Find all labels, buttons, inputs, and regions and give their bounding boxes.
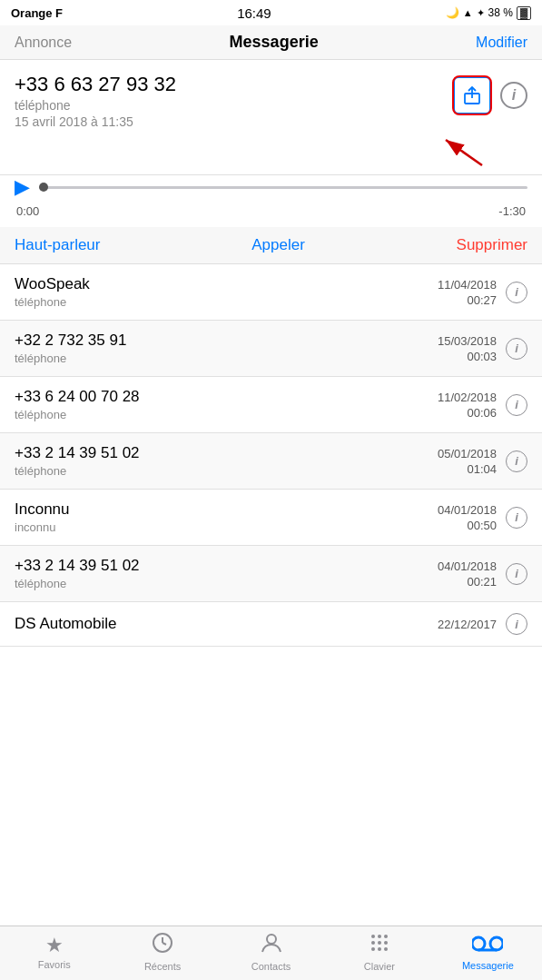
share-button[interactable]: [453, 76, 491, 114]
vm-name: WooSpeak: [15, 275, 438, 293]
vm-info-button[interactable]: i: [506, 507, 527, 529]
svg-point-17: [472, 937, 485, 950]
svg-point-11: [371, 941, 375, 945]
voicemail-icon: [472, 933, 503, 958]
progress-bar[interactable]: [39, 186, 527, 189]
vm-date: 22/12/2017: [438, 618, 497, 631]
tab-clavier-label: Clavier: [364, 961, 395, 972]
vm-meta: 15/03/2018 00:03: [438, 334, 497, 363]
delete-button[interactable]: Supprimer: [457, 236, 527, 254]
vm-date: 11/04/2018: [438, 278, 497, 292]
nav-right-button[interactable]: Modifier: [476, 35, 527, 51]
vm-type: téléphone: [15, 577, 438, 590]
vm-duration: 00:50: [438, 519, 497, 532]
tab-contacts-label: Contacts: [251, 961, 291, 972]
vm-info: +33 6 24 00 70 28 téléphone: [15, 388, 438, 421]
red-arrow-svg: [355, 133, 500, 167]
nav-left-button[interactable]: Annonce: [15, 35, 72, 51]
tab-recents-label: Récents: [144, 961, 181, 972]
vm-name: +33 2 14 39 51 02: [15, 557, 438, 575]
svg-point-16: [384, 947, 388, 951]
voicemail-list: WooSpeak téléphone 11/04/2018 00:27 i +3…: [0, 264, 542, 647]
vm-duration: 00:06: [438, 406, 497, 420]
vm-name: Inconnu: [15, 500, 438, 519]
vm-type: téléphone: [15, 408, 438, 421]
favorites-icon: ★: [45, 934, 64, 957]
vm-date: 15/03/2018: [438, 334, 497, 348]
carrier-label: Orange F: [11, 6, 63, 20]
vm-duration: 00:03: [438, 350, 497, 363]
vm-meta: 11/04/2018 00:27: [438, 278, 497, 307]
info-button[interactable]: i: [500, 82, 527, 109]
progress-section: ▶ 0:00 -1:30: [0, 175, 542, 227]
caller-date: 15 avril 2018 à 11:35: [15, 114, 453, 129]
battery-icon: ▓: [517, 6, 531, 20]
vm-info: +33 2 14 39 51 02 téléphone: [15, 557, 438, 590]
tab-recents[interactable]: Récents: [108, 932, 216, 972]
call-button[interactable]: Appeler: [251, 236, 305, 254]
vm-info: DS Automobile: [15, 615, 438, 633]
share-icon: [462, 85, 482, 105]
tab-contacts[interactable]: Contacts: [217, 932, 325, 972]
progress-bar-container: ▶: [15, 175, 527, 199]
progress-dot: [39, 183, 48, 192]
action-buttons: Haut-parleur Appeler Supprimer: [0, 227, 542, 264]
vm-duration: 00:27: [438, 293, 497, 307]
tab-bar: ★ Favoris Récents Contacts: [0, 926, 542, 980]
vm-info-button[interactable]: i: [506, 563, 527, 585]
time-label: 16:49: [237, 5, 271, 21]
vm-date: 04/01/2018: [438, 559, 497, 573]
caller-number: +33 6 63 27 93 32: [15, 73, 453, 96]
tab-favoris-label: Favoris: [38, 959, 71, 970]
bluetooth-icon: ✦: [477, 7, 485, 19]
vm-info-button[interactable]: i: [506, 450, 527, 472]
nav-title: Messagerie: [230, 33, 319, 52]
voicemail-item[interactable]: +33 6 24 00 70 28 téléphone 11/02/2018 0…: [0, 377, 542, 433]
vm-info-button[interactable]: i: [506, 394, 527, 416]
voicemail-item[interactable]: +32 2 732 35 91 téléphone 15/03/2018 00:…: [0, 321, 542, 377]
speaker-button[interactable]: Haut-parleur: [15, 236, 101, 254]
share-button-wrapper: [453, 76, 491, 114]
vm-info: WooSpeak téléphone: [15, 275, 438, 309]
tab-messagerie[interactable]: Messagerie: [434, 933, 542, 971]
voicemail-item[interactable]: +33 2 14 39 51 02 téléphone 05/01/2018 0…: [0, 433, 542, 490]
svg-point-12: [378, 941, 381, 945]
vm-info: +33 2 14 39 51 02 téléphone: [15, 444, 438, 478]
vm-info-button[interactable]: i: [506, 613, 527, 635]
vm-name: +32 2 732 35 91: [15, 332, 438, 350]
vm-duration: 00:21: [438, 575, 497, 589]
voicemail-item[interactable]: WooSpeak téléphone 11/04/2018 00:27 i: [0, 264, 542, 321]
nav-bar: Annonce Messagerie Modifier: [0, 25, 542, 60]
battery-percent: 38 %: [488, 6, 513, 19]
tab-clavier[interactable]: Clavier: [325, 932, 433, 972]
vm-meta: 04/01/2018 00:50: [438, 503, 497, 532]
time-row: 0:00 -1:30: [15, 204, 527, 218]
caller-type: téléphone: [15, 98, 453, 113]
vm-date: 04/01/2018: [438, 503, 497, 517]
vm-name: +33 6 24 00 70 28: [15, 388, 438, 406]
caller-row: +33 6 63 27 93 32 téléphone 15 avril 201…: [15, 73, 527, 129]
voicemail-item[interactable]: +33 2 14 39 51 02 téléphone 04/01/2018 0…: [0, 546, 542, 602]
svg-line-6: [163, 943, 166, 945]
info-icon: i: [512, 87, 516, 104]
svg-point-13: [384, 941, 388, 945]
battery-label: 🌙 ▲ ✦ 38 % ▓: [446, 6, 531, 20]
voicemail-item[interactable]: Inconnu inconnu 04/01/2018 00:50 i: [0, 490, 542, 546]
vm-info: Inconnu inconnu: [15, 500, 438, 534]
vm-date: 11/02/2018: [438, 391, 497, 404]
location-icon: ▲: [463, 7, 473, 18]
arrow-annotation: [15, 133, 527, 167]
remaining-time: -1:30: [498, 204, 526, 218]
voicemail-item-partial[interactable]: DS Automobile 22/12/2017 i: [0, 602, 542, 647]
vm-type: téléphone: [15, 295, 438, 309]
tab-messagerie-label: Messagerie: [462, 960, 514, 971]
vm-info-button[interactable]: i: [506, 282, 527, 303]
player-section: +33 6 63 27 93 32 téléphone 15 avril 201…: [0, 60, 542, 175]
svg-point-10: [384, 935, 388, 938]
svg-point-18: [490, 937, 503, 950]
play-button[interactable]: ▶: [15, 175, 30, 199]
tab-favoris[interactable]: ★ Favoris: [0, 934, 108, 970]
vm-meta: 22/12/2017: [438, 618, 497, 631]
vm-info-button[interactable]: i: [506, 338, 527, 360]
vm-name: +33 2 14 39 51 02: [15, 444, 438, 462]
